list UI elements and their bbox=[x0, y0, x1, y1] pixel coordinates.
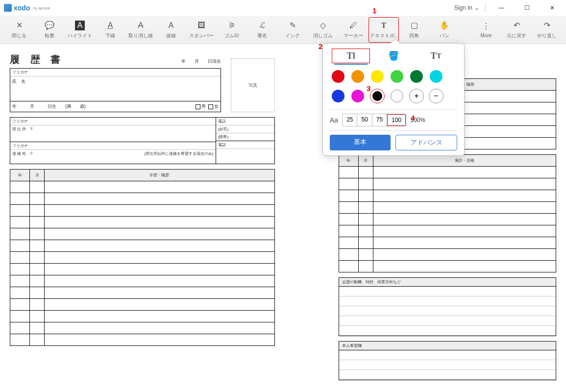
more-label: More bbox=[481, 33, 492, 38]
squiggly-icon: A bbox=[166, 21, 176, 30]
home-phone: (自宅) bbox=[216, 125, 274, 133]
motivation-body bbox=[339, 287, 556, 336]
photo-label: 写真 bbox=[248, 82, 257, 89]
more-tool[interactable]: ⋮More bbox=[471, 17, 501, 43]
squiggly-label: 波線 bbox=[166, 32, 176, 39]
stamp-label: スタンパー bbox=[189, 32, 214, 39]
underline-tool[interactable]: A下線 bbox=[95, 17, 125, 43]
color-swatch-ffffff[interactable] bbox=[390, 89, 404, 103]
strikeout-icon: A bbox=[136, 21, 146, 30]
minimize-button[interactable]: — bbox=[492, 1, 511, 15]
callout-1: 1 bbox=[372, 6, 376, 15]
pan-label: パン bbox=[440, 32, 449, 39]
close-icon: ✕ bbox=[14, 21, 24, 30]
color-swatch-e30613[interactable] bbox=[331, 69, 345, 84]
chevron-down-icon: ⌄ bbox=[474, 4, 479, 11]
opacity-buttons: 25 50 75 100 bbox=[342, 114, 406, 126]
phone-label: 電話 bbox=[216, 118, 274, 125]
opacity-100[interactable]: 100 bbox=[387, 114, 406, 126]
underline-icon: A bbox=[105, 21, 115, 30]
undo-icon: ↶ bbox=[512, 21, 521, 30]
page-1: 履 歴 書 年 月 日現在 フリガナ 氏 名 年 月 日生 (満 歳) 男 女 bbox=[10, 49, 275, 387]
undo-tool[interactable]: ↶元に戻す bbox=[501, 17, 532, 43]
name-box: フリガナ 氏 名 年 月 日生 (満 歳) 男 女 bbox=[10, 68, 221, 112]
maximize-button[interactable]: ☐ bbox=[517, 1, 537, 15]
ink-tool[interactable]: ✎インク bbox=[277, 17, 308, 43]
date-line: 年 月 日現在 bbox=[181, 58, 221, 65]
opacity-75[interactable]: 75 bbox=[372, 114, 387, 126]
gender-group: 男 女 bbox=[195, 103, 219, 110]
pan-tool[interactable]: ✋パン bbox=[429, 17, 460, 43]
female-checkbox[interactable] bbox=[208, 104, 213, 109]
sticky-icon: 💬 bbox=[45, 21, 54, 30]
close-label: 閉じる bbox=[12, 32, 26, 39]
redo-tool[interactable]: ↷やり直し bbox=[532, 17, 562, 43]
rubber-tool[interactable]: ⚞ゴム印 bbox=[217, 17, 247, 43]
color-swatch-1939e0[interactable] bbox=[331, 89, 345, 103]
highlight-label: ハイライト bbox=[68, 32, 92, 39]
male-checkbox[interactable] bbox=[196, 104, 200, 109]
signature-label: 署名 bbox=[257, 32, 267, 39]
color-swatch-000000[interactable] bbox=[370, 89, 385, 103]
more-icon: ⋮ bbox=[481, 21, 491, 31]
rubber-icon: ⚞ bbox=[227, 21, 237, 30]
col-year-header: 年 bbox=[10, 170, 30, 181]
brand-name: xodo bbox=[14, 4, 30, 12]
motivation-box: 志望の動機、特技、得意学科など bbox=[339, 277, 556, 336]
color-swatch-ffe600[interactable] bbox=[370, 69, 385, 84]
wishes-body bbox=[339, 350, 556, 380]
signin-button[interactable]: Sign In ⌄ bbox=[454, 4, 479, 11]
highlight-tool[interactable]: Aハイライト bbox=[65, 17, 95, 43]
remove-color-button[interactable]: − bbox=[429, 89, 443, 103]
wishes-box: 本人希望欄 bbox=[339, 341, 556, 380]
color-swatch-e815d5[interactable] bbox=[350, 89, 365, 103]
history-table: 年 月 学歴・職歴 bbox=[10, 169, 275, 346]
square-tool[interactable]: ▢四角 bbox=[399, 17, 429, 43]
logo-icon bbox=[4, 4, 12, 12]
opacity-row: Aa 25 50 75 100 100% bbox=[330, 109, 457, 131]
furigana-label: フリガナ bbox=[10, 69, 221, 76]
square-label: 四角 bbox=[409, 32, 419, 39]
phone-label2: 電話 bbox=[216, 141, 274, 149]
callout-4: 4 bbox=[411, 114, 415, 122]
toolbar: ✕閉じる 💬粘着 Aハイライト A下線 A取り消し線 A波線 🖼スタンパー ⚞ゴ… bbox=[0, 16, 566, 44]
current-address: 現 住 所 〒 bbox=[10, 125, 216, 142]
marker-tool[interactable]: 🖊マーカー bbox=[338, 17, 369, 43]
add-color-button[interactable]: + bbox=[409, 89, 424, 103]
color-swatch-007a33[interactable] bbox=[409, 69, 424, 84]
advanced-button[interactable]: アドバンス bbox=[395, 135, 457, 150]
opacity-25[interactable]: 25 bbox=[343, 114, 357, 126]
color-swatch-00d5e5[interactable] bbox=[429, 69, 443, 84]
signature-tool[interactable]: ℒ署名 bbox=[247, 17, 277, 43]
lic-month-header: 月 bbox=[358, 155, 373, 167]
opacity-label: Aa bbox=[330, 116, 338, 124]
stamp-tool[interactable]: 🖼スタンパー bbox=[186, 17, 217, 43]
separator bbox=[485, 4, 486, 12]
contact-note: (現住所以外に連絡を希望する場合のみ) bbox=[144, 151, 213, 156]
color-swatch-3fd33f[interactable] bbox=[390, 69, 404, 84]
lic-year-header: 年 bbox=[339, 155, 358, 167]
basic-button[interactable]: 基本 bbox=[330, 135, 391, 150]
female-label: 女 bbox=[214, 104, 219, 109]
logo: xodo by apryse bbox=[4, 4, 50, 12]
close-tool[interactable]: ✕閉じる bbox=[4, 17, 34, 43]
hand-icon: ✋ bbox=[440, 21, 449, 30]
squiggly-tool[interactable]: A波線 bbox=[156, 17, 186, 43]
license-table: 年月免許・資格 bbox=[339, 154, 556, 272]
mobile-phone: (携帯) bbox=[216, 133, 274, 141]
underline-label: 下線 bbox=[105, 32, 115, 39]
opacity-50[interactable]: 50 bbox=[357, 114, 372, 126]
titlebar: xodo by apryse Sign In ⌄ — ☐ ✕ bbox=[0, 0, 566, 16]
close-window-button[interactable]: ✕ bbox=[542, 1, 562, 15]
strikeout-tool[interactable]: A取り消し線 bbox=[125, 17, 156, 43]
text-style-popup: Tl 🪣 TT +− Aa 25 50 75 100 100% 基本 アドバンス bbox=[322, 43, 465, 156]
font-size-tab[interactable]: TT bbox=[417, 49, 455, 63]
callout-2: 2 bbox=[319, 42, 322, 50]
fill-color-tab[interactable]: 🪣 bbox=[374, 49, 413, 63]
eraser-tool[interactable]: ◇消しゴム bbox=[308, 17, 338, 43]
color-swatch-f39200[interactable] bbox=[350, 69, 365, 84]
square-icon: ▢ bbox=[409, 21, 419, 30]
text-color-tab[interactable]: Tl bbox=[332, 49, 370, 63]
sticky-tool[interactable]: 💬粘着 bbox=[34, 17, 65, 43]
document-area[interactable]: 履 歴 書 年 月 日現在 フリガナ 氏 名 年 月 日生 (満 歳) 男 女 bbox=[0, 44, 566, 392]
